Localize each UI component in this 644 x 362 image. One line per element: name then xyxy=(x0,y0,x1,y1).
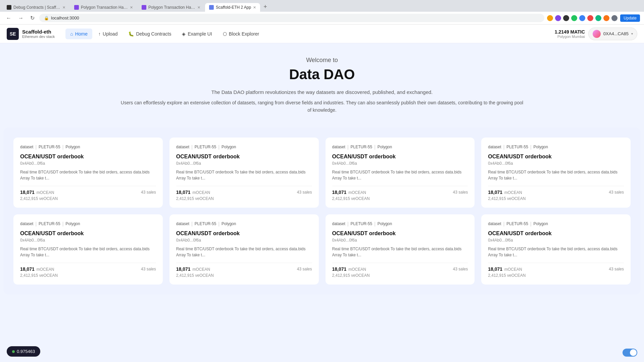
extension-icon-4[interactable] xyxy=(571,15,577,21)
nav-item-example[interactable]: ◈ Example UI xyxy=(177,29,216,39)
card-tag-sep2: | xyxy=(62,144,64,150)
card-tag-sep1: | xyxy=(347,144,349,150)
card-stat-unit: mOCEAN xyxy=(504,190,522,195)
tab-close-4[interactable]: ✕ xyxy=(253,5,256,10)
cards-section: dataset | PLETUR-55 | Polygon OCEAN/USDT… xyxy=(3,127,641,295)
card-stat-main: 18,071 xyxy=(332,190,347,195)
card-tags: dataset | PLETUR-55 | Polygon xyxy=(488,221,624,226)
dataset-card[interactable]: dataset | PLETUR-55 | Polygon OCEAN/USDT… xyxy=(13,214,163,285)
nav-item-debug[interactable]: 🐛 Debug Contracts xyxy=(123,29,176,39)
nav-item-upload[interactable]: ↑ Upload xyxy=(94,29,122,39)
card-stats: 18,071 mOCEAN 43 sales 2,412,915 veOCEAN xyxy=(20,186,156,201)
card-tag-sep1: | xyxy=(191,221,193,226)
wallet-balance: 1.2149 MATIC Polygon Mumbai xyxy=(555,29,585,39)
tab-favicon-4 xyxy=(209,5,214,10)
extension-icon-8[interactable] xyxy=(603,15,609,21)
card-stat-row1: 18,071 mOCEAN 43 sales xyxy=(176,266,312,272)
dataset-card[interactable]: dataset | PLETUR-55 | Polygon OCEAN/USDT… xyxy=(169,214,319,285)
card-stat-main: 18,071 xyxy=(488,266,502,272)
nav-item-explorer[interactable]: ⬡ Block Explorer xyxy=(218,29,264,39)
card-address: 0x4Ab0...0f6a xyxy=(488,161,624,166)
upload-icon: ↑ xyxy=(98,31,101,37)
reload-button[interactable]: ↻ xyxy=(28,14,37,22)
card-tag-id: PLETUR-55 xyxy=(195,145,216,149)
card-tag-id: PLETUR-55 xyxy=(506,221,528,226)
card-stat-unit: mOCEAN xyxy=(37,267,54,272)
dataset-card[interactable]: dataset | PLETUR-55 | Polygon OCEAN/USDT… xyxy=(481,138,631,208)
extension-icon-2[interactable] xyxy=(555,15,561,21)
app-logo: SE Scaffold-eth Ethereum dev stack xyxy=(7,28,55,40)
card-tag-sep1: | xyxy=(347,221,349,226)
update-button[interactable]: Update xyxy=(620,14,640,22)
card-tag-sep2: | xyxy=(218,221,219,226)
tab-close-3[interactable]: ✕ xyxy=(197,5,200,10)
chevron-down-icon: ▾ xyxy=(631,32,633,36)
nav-items: ⌂ Home ↑ Upload 🐛 Debug Contracts ◈ Exam… xyxy=(65,29,555,39)
card-tag-sep2: | xyxy=(530,144,532,150)
tab-close-2[interactable]: ✕ xyxy=(130,5,133,10)
card-stat-unit: mOCEAN xyxy=(37,190,54,195)
card-tags: dataset | PLETUR-55 | Polygon xyxy=(332,221,468,226)
card-tag-type: dataset xyxy=(332,145,345,149)
dataset-card[interactable]: dataset | PLETUR-55 | Polygon OCEAN/USDT… xyxy=(326,138,475,208)
card-stat-sub: 2,412,915 veOCEAN xyxy=(488,273,624,278)
card-stat-main: 18,071 xyxy=(176,266,191,272)
card-stats: 18,071 mOCEAN 43 sales 2,412,915 veOCEAN xyxy=(176,263,312,278)
tab-favicon-1 xyxy=(7,5,11,10)
browser-tab-3[interactable]: Polygon Transaction Hash (Tx... ✕ xyxy=(138,3,204,12)
card-tag-network: Polygon xyxy=(221,145,236,149)
card-stat-main-group: 18,071 mOCEAN xyxy=(488,190,522,195)
hero-section: Welcome to Data DAO The Data DAO platfor… xyxy=(7,57,637,114)
tab-label-4: Scaffold-ETH 2 App xyxy=(216,5,251,10)
forward-button[interactable]: → xyxy=(16,14,26,22)
logo-title: Scaffold-eth xyxy=(22,29,55,35)
address-bar[interactable]: 🔒 localhost:3000 xyxy=(39,14,544,22)
dataset-card[interactable]: dataset | PLETUR-55 | Polygon OCEAN/USDT… xyxy=(326,214,475,285)
new-tab-button[interactable]: + xyxy=(261,2,270,12)
browser-chrome: Debug Contracts | Scaffold-Et... ✕ Polyg… xyxy=(0,0,644,12)
extension-icon-7[interactable] xyxy=(595,15,601,21)
browser-tab-4[interactable]: Scaffold-ETH 2 App ✕ xyxy=(205,3,260,12)
extension-icon-9[interactable] xyxy=(611,15,617,21)
extension-icon-6[interactable] xyxy=(587,15,593,21)
card-stat-sub: 2,412,915 veOCEAN xyxy=(332,273,468,278)
extension-icon-5[interactable] xyxy=(579,15,585,21)
logo-icon: SE xyxy=(7,28,19,40)
card-address: 0x4Ab0...0f6a xyxy=(20,161,156,166)
dataset-card[interactable]: dataset | PLETUR-55 | Polygon OCEAN/USDT… xyxy=(481,214,631,285)
card-stat-main-group: 18,071 mOCEAN xyxy=(332,190,366,195)
app-nav: SE Scaffold-eth Ethereum dev stack ⌂ Hom… xyxy=(0,24,644,43)
card-tag-type: dataset xyxy=(20,145,33,149)
card-desc: Real time BTC/USDT orderbook To take the… xyxy=(488,246,624,258)
card-tag-sep2: | xyxy=(530,221,532,226)
card-tag-type: dataset xyxy=(488,145,501,149)
card-address: 0x4Ab0...0f6a xyxy=(332,161,468,166)
card-tag-id: PLETUR-55 xyxy=(195,221,216,226)
wallet-address[interactable]: 0XA4...CA85 ▾ xyxy=(588,28,637,40)
home-icon: ⌂ xyxy=(70,31,73,37)
extension-icon-1[interactable] xyxy=(547,15,553,21)
nav-item-home[interactable]: ⌂ Home xyxy=(65,29,92,39)
card-stat-row1: 18,071 mOCEAN 43 sales xyxy=(20,190,156,195)
back-button[interactable]: ← xyxy=(4,14,13,22)
dataset-card[interactable]: dataset | PLETUR-55 | Polygon OCEAN/USDT… xyxy=(13,138,163,208)
tab-close-1[interactable]: ✕ xyxy=(62,5,65,10)
card-stat-sub: 2,412,915 veOCEAN xyxy=(176,196,312,201)
hero-desc1: The Data DAO platform revolutionizes the… xyxy=(7,89,637,95)
card-tag-network: Polygon xyxy=(378,221,392,226)
tab-favicon-3 xyxy=(142,5,146,10)
explorer-icon: ⬡ xyxy=(223,31,227,37)
dataset-card[interactable]: dataset | PLETUR-55 | Polygon OCEAN/USDT… xyxy=(169,138,319,208)
card-title: OCEAN/USDT orderbook xyxy=(332,154,468,160)
browser-tab-2[interactable]: Polygon Transaction Hash (Tx... ✕ xyxy=(70,3,137,12)
browser-tab-1[interactable]: Debug Contracts | Scaffold-Et... ✕ xyxy=(3,3,69,12)
address-text: localhost:3000 xyxy=(51,15,79,20)
card-tag-id: PLETUR-55 xyxy=(506,145,528,149)
card-title: OCEAN/USDT orderbook xyxy=(176,230,312,237)
tab-label-3: Polygon Transaction Hash (Tx... xyxy=(148,5,195,10)
cards-grid: dataset | PLETUR-55 | Polygon OCEAN/USDT… xyxy=(13,138,631,285)
card-tag-type: dataset xyxy=(176,221,189,226)
extension-icon-3[interactable] xyxy=(563,15,569,21)
card-tag-sep1: | xyxy=(35,221,37,226)
card-stat-row1: 18,071 mOCEAN 43 sales xyxy=(488,266,624,272)
